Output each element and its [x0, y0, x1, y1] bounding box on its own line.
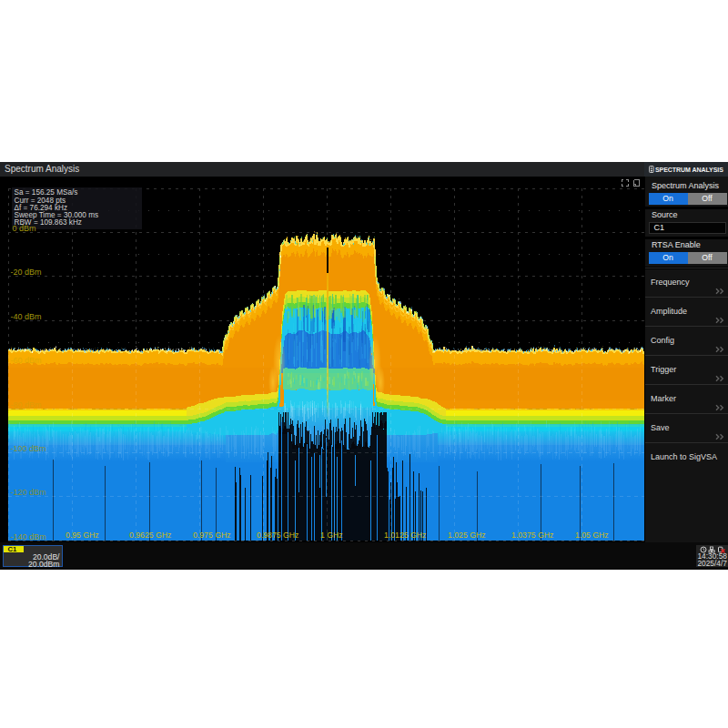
svg-text:-60 dBm: -60 dBm	[11, 356, 42, 365]
svg-text:1.0375 GHz: 1.0375 GHz	[511, 531, 553, 540]
svg-text:-140 dBm: -140 dBm	[11, 532, 46, 541]
svg-text:0.9875 GHz: 0.9875 GHz	[257, 531, 298, 540]
svg-text:0.9625 GHz: 0.9625 GHz	[129, 531, 171, 540]
svg-text:0.975 GHz: 0.975 GHz	[193, 531, 231, 540]
svg-text:-100 dBm: -100 dBm	[11, 444, 46, 453]
svg-text:1.0125 GHz: 1.0125 GHz	[384, 531, 426, 540]
svg-text:-120 dBm: -120 dBm	[11, 488, 46, 497]
svg-text:1.05 GHz: 1.05 GHz	[575, 531, 609, 540]
svg-text:-40 dBm: -40 dBm	[11, 312, 42, 321]
svg-text:-20 dBm: -20 dBm	[11, 268, 42, 277]
svg-text:1.025 GHz: 1.025 GHz	[448, 531, 486, 540]
svg-text:0.95 GHz: 0.95 GHz	[66, 531, 99, 540]
svg-text:0 dBm: 0 dBm	[13, 224, 36, 233]
svg-text:-80 dBm: -80 dBm	[11, 400, 42, 410]
svg-text:1 GHz: 1 GHz	[320, 531, 343, 540]
